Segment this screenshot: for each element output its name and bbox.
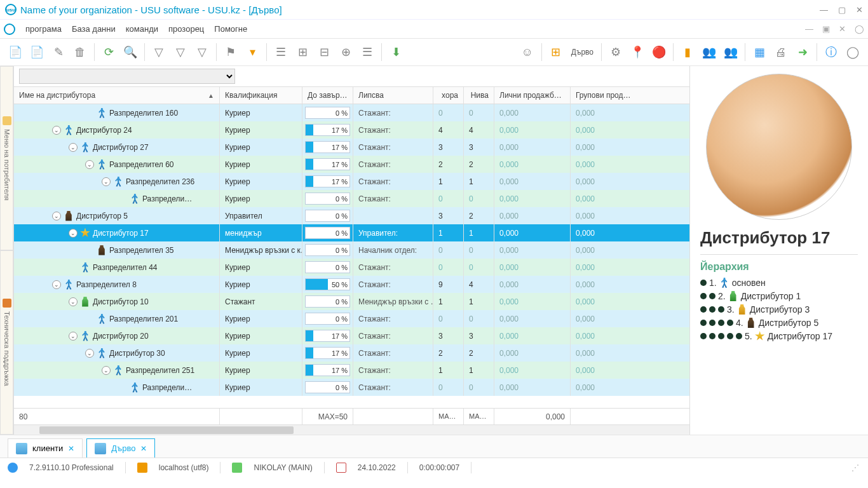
table-row[interactable]: ⌄Дистрибутор 27Куриер17 %Стажант:330,000…: [14, 139, 689, 156]
menu-прозорец[interactable]: прозорец: [163, 24, 209, 34]
person-icon: [113, 177, 123, 187]
tab-close-icon[interactable]: ✕: [68, 444, 74, 453]
info-icon[interactable]: ⓘ: [821, 42, 841, 62]
expand-icon[interactable]: ⌄: [102, 177, 111, 186]
sidetab-support[interactable]: Техническа поддръжка: [0, 250, 13, 435]
sidetab-user-menu[interactable]: Меню на потребителя: [0, 66, 13, 250]
minimize-button[interactable]: —: [820, 5, 828, 15]
download-icon[interactable]: ⬇: [386, 42, 406, 62]
filter-dropdown[interactable]: [19, 69, 235, 84]
table-row[interactable]: ⌄Дистрибутор 10Стажант0 %Мениджър връзки…: [14, 293, 689, 310]
open-doc-icon[interactable]: 📄: [27, 42, 47, 62]
group-icon[interactable]: 👥: [721, 42, 741, 62]
pin-icon[interactable]: 📍: [627, 42, 648, 62]
table-row[interactable]: ⌄Дистрибутор 24Куриер17 %Стажант:440,000…: [14, 121, 689, 139]
col-levels[interactable]: Нива: [464, 87, 494, 104]
col-qualification[interactable]: Квалификация: [220, 87, 302, 104]
tab-close-icon[interactable]: ✕: [140, 444, 147, 453]
row-levels: 4: [464, 121, 494, 139]
delete-doc-icon[interactable]: 🗑: [70, 42, 90, 62]
expand-icon[interactable]: ⌄: [69, 229, 78, 238]
hierarchy-item[interactable]: 1. основен: [700, 278, 858, 288]
help-toolbar-icon[interactable]: ◯: [843, 42, 863, 62]
gear-icon[interactable]: ⚙: [606, 42, 626, 62]
progress-bar: 17 %: [305, 158, 350, 170]
expand-icon[interactable]: ⌄: [85, 349, 94, 358]
hierarchy-item[interactable]: 4. Дистрибутор 5: [700, 318, 858, 328]
table-row[interactable]: ⌄Разпределител 60Куриер17 %Стажант:220,0…: [14, 156, 689, 173]
hierarchy-item[interactable]: 5. Дистрибутор 17: [700, 331, 858, 341]
tree-collapse-icon[interactable]: ⊟: [314, 42, 334, 62]
smile-icon[interactable]: ☺: [517, 42, 538, 62]
expand-icon[interactable]: ⌄: [69, 297, 78, 306]
table-row[interactable]: Разпределител 160Куриер0 %Стажант:000,00…: [14, 104, 689, 121]
table-row[interactable]: ⌄Разпределител 8Куриер50 %Стажант:940,00…: [14, 276, 689, 293]
color-icon[interactable]: 🔴: [649, 42, 669, 62]
menu-logo-icon: [4, 24, 15, 35]
col-people[interactable]: хора: [433, 87, 464, 104]
filter-icon[interactable]: ▽: [149, 42, 169, 62]
expand-icon[interactable]: ⌄: [52, 212, 61, 220]
col-name[interactable]: Име на дистрибутора▲: [14, 87, 220, 104]
edit-icon[interactable]: ✎: [48, 42, 69, 62]
table-row[interactable]: Разпределител 201Куриер0 %Стажант:000,00…: [14, 310, 689, 327]
table-row[interactable]: Разпредели…Куриер0 %Стажант:000,0000,000: [14, 190, 689, 207]
hierarchy-item[interactable]: 3. Дистрибутор 3: [700, 304, 858, 315]
row-group: 0,000: [571, 259, 639, 276]
maximize-button[interactable]: ▢: [838, 5, 846, 15]
tree-mode-icon[interactable]: ⊞: [546, 42, 566, 62]
col-missing[interactable]: Липсва: [353, 87, 433, 104]
calendar-icon[interactable]: ▦: [749, 42, 770, 62]
search-icon[interactable]: 🔍: [120, 42, 140, 62]
mdi-restore-button[interactable]: ▣: [822, 24, 830, 34]
menu-База данни[interactable]: База данни: [67, 24, 121, 34]
expand-icon[interactable]: ⌄: [102, 366, 111, 375]
col-group-sales[interactable]: Групови продажб…: [571, 87, 639, 104]
expand-icon[interactable]: ⌄: [69, 332, 78, 341]
tab-клиенти[interactable]: клиенти✕: [8, 438, 83, 458]
resize-grip-icon[interactable]: ⋰: [851, 463, 860, 472]
tree-add-icon[interactable]: ⊕: [336, 42, 356, 62]
close-button[interactable]: ✕: [856, 5, 863, 15]
table-row[interactable]: ⌄Дистрибутор 20Куриер17 %Стажант:330,000…: [14, 327, 689, 344]
filter-edit-icon[interactable]: ▽: [170, 42, 191, 62]
expand-icon[interactable]: ⌄: [69, 143, 78, 152]
mdi-minimize-button[interactable]: —: [805, 24, 813, 34]
table-row[interactable]: ⌄Дистрибутор 5Управител0 %320,0000,000: [14, 207, 689, 224]
table-row[interactable]: Разпределител 44Куриер0 %Стажант:000,000…: [14, 259, 689, 276]
table-row[interactable]: ⌄Разпределител 236Куриер17 %Стажант:110,…: [14, 173, 689, 190]
expand-icon[interactable]: ⌄: [85, 160, 94, 169]
mdi-close-button[interactable]: ✕: [839, 24, 846, 34]
users-icon[interactable]: 👥: [699, 42, 719, 62]
menu-Помогне[interactable]: Помогне: [209, 24, 252, 34]
go-icon[interactable]: ➜: [792, 42, 813, 62]
row-personal: 0,000: [494, 173, 571, 190]
table-row[interactable]: Разпределител 35Мениджър връзки с к…0 %Н…: [14, 241, 689, 259]
table-row[interactable]: ⌄Разпределител 251Куриер17 %Стажант:110,…: [14, 362, 689, 379]
new-doc-icon[interactable]: 📄: [5, 42, 25, 62]
hierarchy-item[interactable]: 2. Дистрибутор 1: [700, 291, 858, 301]
refresh-icon[interactable]: ⟳: [98, 42, 119, 62]
expand-icon[interactable]: ⌄: [52, 126, 61, 135]
col-personal-sales[interactable]: Лични продажби. 1 м…: [494, 87, 571, 104]
table-row[interactable]: ⌄Дистрибутор 17мениджър0 %Управител:110,…: [14, 224, 689, 241]
table-row[interactable]: Разпредели…Куриер0 %Стажант:000,0000,000: [14, 379, 689, 396]
print-icon[interactable]: 🖨: [771, 42, 791, 62]
app-logo-icon: usu: [5, 4, 17, 15]
col-progress[interactable]: До завършва…: [302, 87, 353, 104]
row-group: 0,000: [571, 344, 639, 362]
table-row[interactable]: ⌄Дистрибутор 30Куриер17 %Стажант:220,000…: [14, 344, 689, 362]
rss-icon[interactable]: ▮: [677, 42, 698, 62]
filter-clear-icon[interactable]: ▽: [192, 42, 212, 62]
tab-Дърво[interactable]: Дърво✕: [86, 438, 155, 458]
image-icon[interactable]: ▾: [242, 42, 262, 62]
help-icon[interactable]: ◯: [855, 24, 864, 34]
flag-icon[interactable]: ⚑: [220, 42, 241, 62]
menu-програма[interactable]: програма: [20, 24, 67, 34]
expand-icon[interactable]: ⌄: [52, 280, 61, 289]
tree-view-icon[interactable]: ☰: [357, 42, 377, 62]
list-icon[interactable]: ☰: [271, 42, 291, 62]
tree-expand-icon[interactable]: ⊞: [292, 42, 313, 62]
horizontal-scrollbar[interactable]: [14, 424, 689, 435]
menu-команди[interactable]: команди: [121, 24, 163, 34]
